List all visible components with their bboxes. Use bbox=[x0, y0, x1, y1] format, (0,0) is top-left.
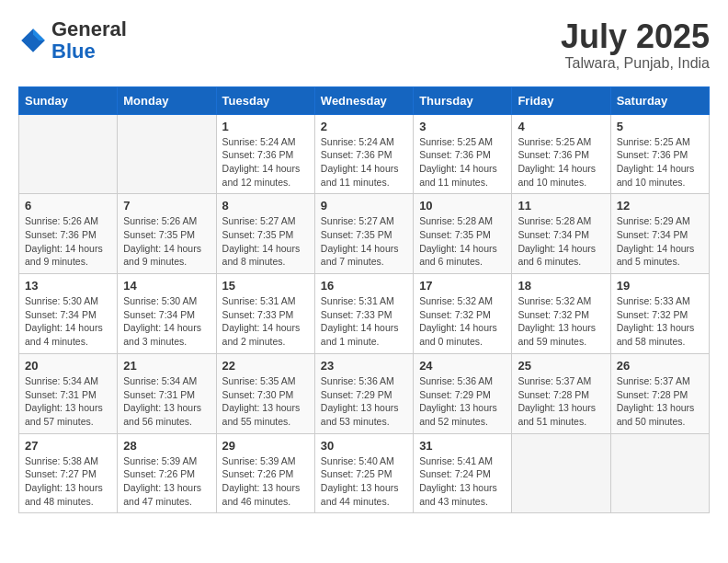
day-number: 1 bbox=[222, 120, 309, 133]
day-info: Sunrise: 5:37 AM Sunset: 7:28 PM Dayligh… bbox=[617, 374, 703, 429]
calendar-cell: 21Sunrise: 5:34 AM Sunset: 7:31 PM Dayli… bbox=[118, 353, 216, 433]
day-info: Sunrise: 5:28 AM Sunset: 7:34 PM Dayligh… bbox=[518, 214, 604, 269]
calendar-cell: 9Sunrise: 5:27 AM Sunset: 7:35 PM Daylig… bbox=[314, 194, 413, 274]
calendar-cell: 13Sunrise: 5:30 AM Sunset: 7:34 PM Dayli… bbox=[19, 274, 118, 354]
day-info: Sunrise: 5:33 AM Sunset: 7:32 PM Dayligh… bbox=[617, 294, 703, 349]
day-number: 31 bbox=[419, 439, 506, 453]
logo-icon bbox=[18, 26, 48, 55]
page-header: General Blue July 2025 Talwara, Punjab, … bbox=[18, 18, 710, 72]
weekday-header-row: SundayMondayTuesdayWednesdayThursdayFrid… bbox=[19, 86, 710, 114]
calendar-cell: 3Sunrise: 5:25 AM Sunset: 7:36 PM Daylig… bbox=[414, 114, 512, 194]
logo: General Blue bbox=[18, 18, 127, 63]
day-info: Sunrise: 5:31 AM Sunset: 7:33 PM Dayligh… bbox=[321, 294, 407, 349]
weekday-header-tuesday: Tuesday bbox=[216, 86, 314, 114]
calendar-cell: 15Sunrise: 5:31 AM Sunset: 7:33 PM Dayli… bbox=[216, 274, 314, 354]
title-block: July 2025 Talwara, Punjab, India bbox=[561, 18, 710, 72]
day-info: Sunrise: 5:35 AM Sunset: 7:30 PM Dayligh… bbox=[222, 374, 309, 429]
day-info: Sunrise: 5:31 AM Sunset: 7:33 PM Dayligh… bbox=[222, 294, 309, 349]
day-info: Sunrise: 5:24 AM Sunset: 7:36 PM Dayligh… bbox=[222, 135, 309, 190]
day-number: 19 bbox=[617, 279, 703, 293]
day-number: 28 bbox=[123, 439, 210, 453]
day-info: Sunrise: 5:26 AM Sunset: 7:35 PM Dayligh… bbox=[123, 214, 210, 269]
calendar-cell bbox=[610, 433, 709, 513]
calendar-cell: 19Sunrise: 5:33 AM Sunset: 7:32 PM Dayli… bbox=[610, 274, 709, 354]
calendar-cell: 28Sunrise: 5:39 AM Sunset: 7:26 PM Dayli… bbox=[118, 433, 216, 513]
day-number: 15 bbox=[222, 279, 309, 293]
day-number: 30 bbox=[321, 439, 407, 453]
calendar-cell: 31Sunrise: 5:41 AM Sunset: 7:24 PM Dayli… bbox=[414, 433, 512, 513]
calendar-cell: 6Sunrise: 5:26 AM Sunset: 7:36 PM Daylig… bbox=[19, 194, 118, 274]
day-number: 22 bbox=[222, 359, 309, 373]
day-number: 10 bbox=[419, 199, 506, 213]
day-info: Sunrise: 5:32 AM Sunset: 7:32 PM Dayligh… bbox=[419, 294, 506, 349]
calendar-cell: 27Sunrise: 5:38 AM Sunset: 7:27 PM Dayli… bbox=[19, 433, 118, 513]
day-number: 12 bbox=[617, 199, 703, 213]
day-number: 4 bbox=[518, 120, 604, 133]
weekday-header-friday: Friday bbox=[512, 86, 610, 114]
day-info: Sunrise: 5:37 AM Sunset: 7:28 PM Dayligh… bbox=[518, 374, 604, 429]
day-number: 29 bbox=[222, 439, 309, 453]
day-info: Sunrise: 5:26 AM Sunset: 7:36 PM Dayligh… bbox=[25, 214, 111, 269]
day-number: 17 bbox=[419, 279, 506, 293]
day-number: 2 bbox=[321, 120, 407, 133]
day-number: 26 bbox=[617, 359, 703, 373]
day-number: 3 bbox=[419, 120, 506, 133]
day-number: 27 bbox=[25, 439, 111, 453]
calendar-cell: 29Sunrise: 5:39 AM Sunset: 7:26 PM Dayli… bbox=[216, 433, 314, 513]
day-info: Sunrise: 5:25 AM Sunset: 7:36 PM Dayligh… bbox=[419, 135, 506, 190]
calendar-cell: 12Sunrise: 5:29 AM Sunset: 7:34 PM Dayli… bbox=[610, 194, 709, 274]
day-number: 11 bbox=[518, 199, 604, 213]
logo-text: General Blue bbox=[51, 18, 127, 63]
day-info: Sunrise: 5:25 AM Sunset: 7:36 PM Dayligh… bbox=[617, 135, 703, 190]
day-info: Sunrise: 5:36 AM Sunset: 7:29 PM Dayligh… bbox=[419, 374, 506, 429]
calendar-cell: 18Sunrise: 5:32 AM Sunset: 7:32 PM Dayli… bbox=[512, 274, 610, 354]
calendar-cell: 10Sunrise: 5:28 AM Sunset: 7:35 PM Dayli… bbox=[414, 194, 512, 274]
day-info: Sunrise: 5:34 AM Sunset: 7:31 PM Dayligh… bbox=[25, 374, 111, 429]
day-number: 21 bbox=[123, 359, 210, 373]
calendar-cell: 8Sunrise: 5:27 AM Sunset: 7:35 PM Daylig… bbox=[216, 194, 314, 274]
calendar-cell: 4Sunrise: 5:25 AM Sunset: 7:36 PM Daylig… bbox=[512, 114, 610, 194]
day-number: 18 bbox=[518, 279, 604, 293]
day-info: Sunrise: 5:40 AM Sunset: 7:25 PM Dayligh… bbox=[321, 454, 407, 509]
weekday-header-sunday: Sunday bbox=[19, 86, 118, 114]
day-number: 9 bbox=[321, 199, 407, 213]
weekday-header-wednesday: Wednesday bbox=[314, 86, 413, 114]
day-number: 7 bbox=[123, 199, 210, 213]
day-number: 6 bbox=[25, 199, 111, 213]
calendar-cell: 14Sunrise: 5:30 AM Sunset: 7:34 PM Dayli… bbox=[118, 274, 216, 354]
calendar-cell: 30Sunrise: 5:40 AM Sunset: 7:25 PM Dayli… bbox=[314, 433, 413, 513]
calendar-table: SundayMondayTuesdayWednesdayThursdayFrid… bbox=[18, 86, 710, 514]
day-info: Sunrise: 5:39 AM Sunset: 7:26 PM Dayligh… bbox=[123, 454, 210, 509]
week-row-2: 6Sunrise: 5:26 AM Sunset: 7:36 PM Daylig… bbox=[19, 194, 710, 274]
weekday-header-thursday: Thursday bbox=[414, 86, 512, 114]
calendar-cell: 2Sunrise: 5:24 AM Sunset: 7:36 PM Daylig… bbox=[314, 114, 413, 194]
day-info: Sunrise: 5:27 AM Sunset: 7:35 PM Dayligh… bbox=[222, 214, 309, 269]
weekday-header-saturday: Saturday bbox=[610, 86, 709, 114]
calendar-cell: 22Sunrise: 5:35 AM Sunset: 7:30 PM Dayli… bbox=[216, 353, 314, 433]
calendar-location: Talwara, Punjab, India bbox=[561, 55, 710, 72]
weekday-header-monday: Monday bbox=[118, 86, 216, 114]
calendar-cell: 5Sunrise: 5:25 AM Sunset: 7:36 PM Daylig… bbox=[610, 114, 709, 194]
day-info: Sunrise: 5:30 AM Sunset: 7:34 PM Dayligh… bbox=[123, 294, 210, 349]
calendar-cell: 20Sunrise: 5:34 AM Sunset: 7:31 PM Dayli… bbox=[19, 353, 118, 433]
calendar-cell: 16Sunrise: 5:31 AM Sunset: 7:33 PM Dayli… bbox=[314, 274, 413, 354]
day-number: 23 bbox=[321, 359, 407, 373]
day-info: Sunrise: 5:41 AM Sunset: 7:24 PM Dayligh… bbox=[419, 454, 506, 509]
day-number: 13 bbox=[25, 279, 111, 293]
day-number: 5 bbox=[617, 120, 703, 133]
day-number: 14 bbox=[123, 279, 210, 293]
week-row-5: 27Sunrise: 5:38 AM Sunset: 7:27 PM Dayli… bbox=[19, 433, 710, 513]
week-row-3: 13Sunrise: 5:30 AM Sunset: 7:34 PM Dayli… bbox=[19, 274, 710, 354]
calendar-cell bbox=[118, 114, 216, 194]
week-row-4: 20Sunrise: 5:34 AM Sunset: 7:31 PM Dayli… bbox=[19, 353, 710, 433]
day-info: Sunrise: 5:27 AM Sunset: 7:35 PM Dayligh… bbox=[321, 214, 407, 269]
calendar-cell: 23Sunrise: 5:36 AM Sunset: 7:29 PM Dayli… bbox=[314, 353, 413, 433]
calendar-cell: 1Sunrise: 5:24 AM Sunset: 7:36 PM Daylig… bbox=[216, 114, 314, 194]
day-number: 20 bbox=[25, 359, 111, 373]
calendar-cell: 7Sunrise: 5:26 AM Sunset: 7:35 PM Daylig… bbox=[118, 194, 216, 274]
calendar-cell: 26Sunrise: 5:37 AM Sunset: 7:28 PM Dayli… bbox=[610, 353, 709, 433]
calendar-cell: 25Sunrise: 5:37 AM Sunset: 7:28 PM Dayli… bbox=[512, 353, 610, 433]
day-info: Sunrise: 5:36 AM Sunset: 7:29 PM Dayligh… bbox=[321, 374, 407, 429]
day-info: Sunrise: 5:24 AM Sunset: 7:36 PM Dayligh… bbox=[321, 135, 407, 190]
day-info: Sunrise: 5:29 AM Sunset: 7:34 PM Dayligh… bbox=[617, 214, 703, 269]
